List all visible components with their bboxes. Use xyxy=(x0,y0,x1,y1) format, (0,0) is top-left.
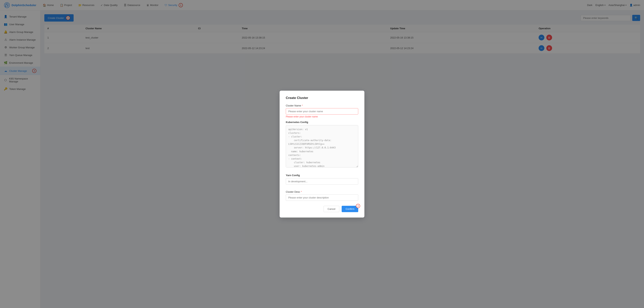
required-marker: * xyxy=(302,104,303,107)
confirm-button[interactable]: Confirm 4 xyxy=(342,206,358,212)
cluster-name-label: Cluster Name * xyxy=(286,104,358,107)
yarn-config-group: Yarn Config xyxy=(286,174,358,188)
cluster-name-input[interactable] xyxy=(286,108,358,115)
cluster-desc-input[interactable] xyxy=(286,194,358,201)
yarn-config-label: Yarn Config xyxy=(286,174,358,177)
modal-title: Create Cluster xyxy=(286,96,358,100)
confirm-badge: 4 xyxy=(356,204,360,208)
k8s-config-group: Kubernetes Config xyxy=(286,121,358,171)
cluster-name-group: Cluster Name * Please enter your cluster… xyxy=(286,104,358,118)
modal-footer: Cancel Confirm 4 xyxy=(286,206,358,212)
required-marker2: * xyxy=(301,190,302,193)
cluster-desc-label: Cluster Desc * xyxy=(286,190,358,193)
yarn-config-input[interactable] xyxy=(286,178,358,185)
cluster-name-error: Please enter your cluster name xyxy=(286,115,358,118)
create-cluster-modal: Create Cluster Cluster Name * Please ent… xyxy=(280,91,364,218)
k8s-config-textarea[interactable] xyxy=(286,125,358,167)
modal-overlay: Create Cluster Cluster Name * Please ent… xyxy=(0,0,644,308)
k8s-config-label: Kubernetes Config xyxy=(286,121,358,124)
cluster-desc-group: Cluster Desc * xyxy=(286,190,358,202)
cancel-button[interactable]: Cancel xyxy=(324,206,339,212)
